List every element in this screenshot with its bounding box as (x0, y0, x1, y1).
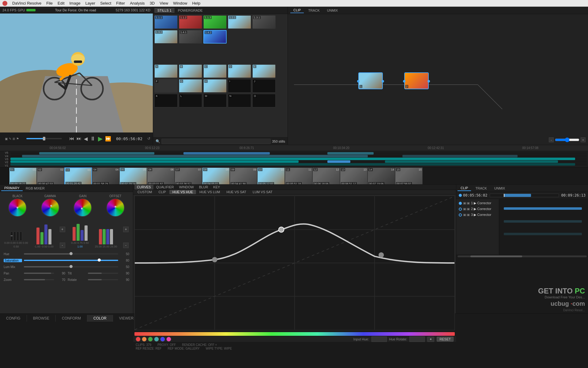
color-dot-red[interactable] (136, 337, 141, 342)
clip-14[interactable]: 1414 00:07:19:06 (368, 167, 395, 185)
bottom-tab-config[interactable]: CONFIG (0, 315, 27, 322)
node-tab-track[interactable]: TRACK (305, 8, 322, 13)
still-I[interactable]: I (228, 79, 251, 93)
zoom-control-slider[interactable] (24, 279, 54, 280)
ct-tab-track[interactable]: TRACK (472, 186, 490, 191)
stills-search-input[interactable] (161, 139, 271, 144)
node-tab-unmix[interactable]: UNMIX (324, 8, 341, 13)
still-A[interactable]: A (154, 64, 178, 78)
menu-3d[interactable]: 3D (150, 1, 155, 6)
reset-button[interactable]: RESET (437, 337, 454, 342)
prev-frame-button[interactable]: ⏭ (77, 136, 81, 141)
ct-tab-clip[interactable]: CLIP (458, 186, 471, 191)
menu-window[interactable]: Window (173, 1, 187, 6)
menu-image[interactable]: Image (70, 1, 81, 6)
rewind-button[interactable]: ⏮ (69, 136, 74, 141)
primary-tab-primary[interactable]: PRIMARY (1, 186, 23, 191)
eyedropper-button[interactable]: ✦ (427, 337, 434, 342)
still-1.4.2[interactable]: 1.4.2 (203, 30, 227, 44)
still-H[interactable]: H (203, 79, 227, 93)
clip-12[interactable]: 1212 00:06:18:06 (312, 167, 340, 185)
corrector-3-circle[interactable] (459, 213, 462, 217)
clip-09[interactable]: 0909 00:04:41:90 (230, 167, 257, 185)
still-1.3.1[interactable]: 1.3.1 (252, 15, 276, 29)
clip-11[interactable]: 1111 00:05:51:18 (285, 167, 312, 185)
node-2-input[interactable] (403, 80, 405, 82)
wheel-gamma-control[interactable] (41, 198, 59, 217)
hue-slider[interactable] (24, 253, 118, 255)
zoom-in-button[interactable]: + (581, 137, 586, 142)
still-N[interactable]: N (228, 94, 251, 107)
corrector-2-circle[interactable] (459, 208, 462, 211)
still-G[interactable]: G (179, 79, 202, 93)
curves-sub-huesvslum[interactable]: HUE VS LUM (196, 190, 223, 194)
still-E[interactable]: E (252, 64, 276, 78)
track-v4[interactable] (10, 155, 587, 157)
curves-tab-blur[interactable]: BLUR (197, 185, 210, 190)
wheel-black-control[interactable] (8, 198, 27, 217)
node-2[interactable]: 2 (404, 72, 429, 89)
bottom-tab-browse[interactable]: BROWSE (27, 315, 56, 322)
still-M[interactable]: M (203, 94, 227, 107)
clip-01[interactable]: 0101 00:00:18:22 (9, 167, 37, 185)
track-v5[interactable] (10, 152, 587, 155)
still-L[interactable]: L (179, 94, 202, 107)
clip-15[interactable]: 1515 00:07:56:02 (395, 167, 423, 185)
still-1.3.2[interactable]: 1.3.2 (154, 30, 178, 44)
track-v2[interactable] (10, 160, 587, 163)
corrector-2[interactable]: ▣ ▣ 2 ▶ Corrector (458, 206, 498, 212)
still-1.1.3[interactable]: 1.1.3 (203, 15, 227, 29)
lummix-slider[interactable] (24, 266, 118, 267)
curves-tab-window[interactable]: WINDOW (177, 185, 196, 190)
color-dot-blue[interactable] (160, 337, 165, 342)
curves-sub-custom[interactable]: CUSTOM (134, 190, 155, 194)
clip-02[interactable]: 0202 00:00:47:03 (37, 167, 64, 185)
step-back-button[interactable]: ◀ (84, 136, 88, 142)
stills-tab-1[interactable]: STILLS 1 (154, 8, 175, 13)
track-v1[interactable] (10, 163, 587, 166)
curves-sub-clip[interactable]: CLIP (155, 190, 169, 194)
still-C[interactable]: C (203, 64, 227, 78)
icon-transport-edit[interactable]: ✎ (9, 137, 11, 140)
curves-sub-huesvssat[interactable]: HUE VS SAT (223, 190, 249, 194)
clip-05[interactable]: 0505 00:02:29:14 (119, 167, 147, 185)
hue-rotate-value[interactable]: 142.3 (409, 336, 425, 342)
primary-tab-rgb[interactable]: RGB MIXER (23, 186, 48, 191)
clip-10[interactable]: 1010 00:05:12:02 (257, 167, 285, 185)
icon-transport-crop[interactable]: ⊞ (13, 137, 15, 140)
clip-03[interactable]: 0303 00:01:26:42 (64, 167, 92, 185)
ct-tab-unmix[interactable]: UNMIX (491, 186, 508, 191)
menu-help[interactable]: Help (192, 1, 200, 6)
gain-minus-button[interactable]: - (60, 243, 65, 248)
still-B[interactable]: B (179, 64, 202, 78)
node-canvas[interactable]: 1 2 (288, 14, 588, 152)
clip-13[interactable]: 1313 00:06:51:12 (340, 167, 368, 185)
corrector-1-circle[interactable] (459, 202, 462, 205)
color-dot-pink[interactable] (166, 337, 171, 342)
clip-06[interactable]: 0606 00:03:01:62 (147, 167, 175, 185)
zoom-slider[interactable] (555, 137, 579, 142)
menu-layer[interactable]: Layer (85, 1, 96, 6)
pan-slider[interactable] (24, 273, 54, 274)
offset-minus-button[interactable]: - (123, 243, 129, 248)
menu-analysis[interactable]: Analysis (130, 1, 145, 6)
still-O[interactable]: O (252, 94, 276, 107)
input-hue-value[interactable]: 187.1 (371, 336, 387, 342)
saturation-slider[interactable] (24, 260, 118, 261)
icon-transport-flag[interactable]: ⚑ (16, 137, 19, 140)
zoom-out-button[interactable]: - (549, 137, 554, 142)
wheel-offset-control[interactable] (106, 198, 125, 217)
still-J[interactable]: J (252, 79, 276, 93)
node-tab-clip[interactable]: CLIP (290, 8, 304, 13)
rotate-slider[interactable] (88, 279, 118, 280)
menu-edit[interactable]: Edit (58, 1, 64, 6)
curves-canvas[interactable] (134, 196, 455, 330)
color-dot-orange[interactable] (142, 337, 147, 342)
menu-davinci[interactable]: DaVinci Resolve (12, 1, 41, 6)
color-dot-green[interactable] (148, 337, 153, 342)
still-D[interactable]: D (228, 64, 251, 78)
gain-plus-button[interactable]: + (60, 227, 65, 232)
curves-sub-huevshue[interactable]: HUE VS HUE (169, 190, 196, 194)
clip-04[interactable]: 0404 00:01:58:29 (92, 167, 119, 185)
offset-plus-button[interactable]: + (123, 227, 129, 232)
